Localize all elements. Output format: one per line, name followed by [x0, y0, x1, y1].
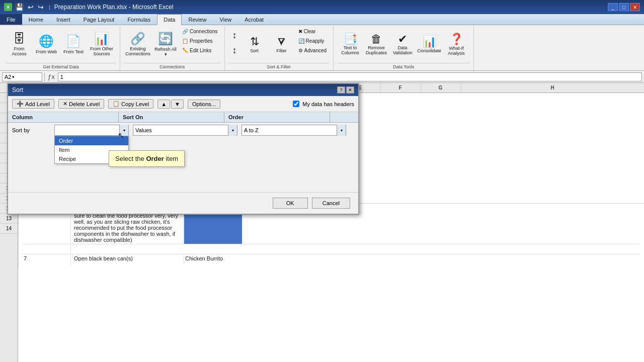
advanced-icon: ⚙	[298, 48, 303, 53]
options-button[interactable]: Options...	[188, 100, 220, 109]
sort-on-dropdown[interactable]: Values ▾	[133, 125, 237, 136]
tab-home[interactable]: Home	[22, 14, 50, 25]
remove-duplicates-label: Remove Duplicates	[365, 46, 387, 56]
my-data-headers: My data has headers	[293, 101, 354, 107]
from-web-button[interactable]: 🌐 From Web	[33, 27, 59, 61]
order-arrow[interactable]: ▾	[337, 125, 346, 136]
from-other-sources-button[interactable]: 📊 From Other Sources	[88, 27, 116, 61]
properties-button[interactable]: 📋 Properties	[180, 37, 220, 45]
excel-icon: X	[4, 3, 12, 11]
remove-duplicates-button[interactable]: 🗑 Remove Duplicates	[364, 27, 389, 61]
tab-data[interactable]: Data	[157, 14, 182, 25]
formula-fx-icon[interactable]: ƒx	[47, 73, 56, 80]
sort-button[interactable]: ⇅ Sort	[242, 27, 268, 61]
clear-reapply-advanced: ✖ Clear 🔄 Reapply ⚙ Advanced	[296, 27, 329, 55]
what-if-label: What-If Analysis	[445, 46, 468, 56]
maximize-button[interactable]: □	[619, 3, 629, 11]
add-level-button[interactable]: ➕ Add Level	[12, 99, 54, 109]
sort-az-button[interactable]: ↕	[230, 28, 239, 42]
name-box[interactable]: A2 ▾	[2, 72, 42, 81]
dialog-help-button[interactable]: ?	[337, 86, 345, 94]
properties-icon: 📋	[182, 38, 188, 44]
title-bar-left: X 💾 ↩ ↪ | Preparation Work Plan.xlsx - M…	[4, 3, 173, 11]
column-dropdown[interactable]: ▾	[54, 125, 129, 136]
existing-connections-button[interactable]: 🔗 Existing Connections	[124, 27, 151, 61]
connections-label: Connections	[124, 63, 220, 70]
quick-access-redo[interactable]: ↪	[38, 3, 44, 11]
from-access-label: From Access	[8, 47, 31, 57]
from-web-label: From Web	[36, 49, 57, 54]
copy-level-button[interactable]: 📋 Copy Level	[108, 99, 153, 109]
connections-button[interactable]: 🔗 Connections	[180, 27, 220, 36]
filter-button[interactable]: ⛛ Filter	[269, 27, 295, 61]
sort-filter-group: ↕ ↕ ⇅ Sort ⛛ Filter ✖ Clea	[225, 26, 334, 70]
tab-acrobat[interactable]: Acrobat	[238, 14, 270, 25]
ok-button[interactable]: OK	[273, 198, 308, 209]
reapply-label: Reapply	[306, 38, 325, 44]
copy-level-label: Copy Level	[121, 101, 149, 107]
text-to-columns-icon: 📑	[344, 33, 357, 46]
add-level-label: Add Level	[25, 101, 50, 107]
what-if-button[interactable]: ❓ What-If Analysis	[443, 27, 469, 61]
tab-formulas[interactable]: Formulas	[121, 14, 157, 25]
sort-on-arrow[interactable]: ▾	[228, 125, 237, 136]
filter-label: Filter	[277, 48, 287, 53]
advanced-button[interactable]: ⚙ Advanced	[296, 46, 329, 55]
order-header: Order	[224, 112, 330, 122]
tab-file[interactable]: File	[0, 14, 22, 25]
quick-access-save[interactable]: 💾	[15, 3, 24, 11]
delete-level-label: Delete Level	[69, 101, 100, 107]
edit-links-button[interactable]: ✏️ Edit Links	[180, 46, 220, 55]
cancel-button[interactable]: Cancel	[312, 198, 350, 209]
tooltip-text-post: item	[164, 155, 178, 162]
from-text-button[interactable]: 📄 From Text	[60, 27, 87, 61]
ribbon: File Home Insert Page Layout Formulas Da…	[0, 14, 644, 71]
what-if-icon: ❓	[450, 33, 463, 46]
formula-bar: A2 ▾ ƒx 1	[0, 71, 644, 83]
existing-connections-icon: 🔗	[130, 32, 145, 46]
delete-level-button[interactable]: ✕ Delete Level	[58, 99, 104, 109]
edit-links-label: Edit Links	[190, 48, 211, 53]
tab-review[interactable]: Review	[182, 14, 213, 25]
clear-icon: ✖	[298, 29, 302, 34]
tab-page-layout[interactable]: Page Layout	[77, 14, 121, 25]
consolidate-button[interactable]: 📊 Consolidate	[416, 27, 442, 61]
sort-filter-items: ↕ ↕ ⇅ Sort ⛛ Filter ✖ Clea	[229, 26, 329, 63]
properties-label: Properties	[190, 38, 213, 44]
tab-view[interactable]: View	[213, 14, 238, 25]
my-data-headers-checkbox[interactable]	[293, 101, 299, 107]
minimize-button[interactable]: _	[608, 3, 618, 11]
move-up-button[interactable]: ▲	[157, 100, 170, 109]
from-text-label: From Text	[63, 49, 84, 54]
dialog-toolbar: ➕ Add Level ✕ Delete Level 📋 Copy Level …	[8, 96, 358, 112]
text-to-columns-button[interactable]: 📑 Text to Columns	[338, 27, 363, 61]
advanced-label: Advanced	[304, 48, 327, 53]
get-external-data-label: Get External Data	[6, 63, 116, 70]
data-validation-label: Data Validation	[391, 46, 414, 56]
formula-input[interactable]: 1	[58, 72, 642, 81]
refresh-all-button[interactable]: 🔄 Refresh All ▾	[152, 27, 179, 61]
dialog-close-button[interactable]: ✕	[346, 86, 354, 94]
sort-icon: ⇅	[250, 35, 259, 48]
order-dropdown[interactable]: A to Z ▾	[242, 125, 346, 136]
dropdown-item-order[interactable]: Order	[55, 136, 128, 145]
quick-access-undo[interactable]: ↩	[28, 3, 34, 11]
get-external-data-group: 🗄 From Access 🌐 From Web 📄 From Text 📊 F…	[2, 26, 120, 70]
move-down-button[interactable]: ▼	[171, 100, 184, 109]
from-access-button[interactable]: 🗄 From Access	[6, 27, 32, 61]
data-validation-button[interactable]: ✔ Data Validation	[390, 27, 415, 61]
tooltip-text-pre: Select the	[115, 155, 146, 162]
column-header: Column	[8, 112, 119, 122]
get-external-data-items: 🗄 From Access 🌐 From Web 📄 From Text 📊 F…	[6, 26, 116, 63]
reapply-button[interactable]: 🔄 Reapply	[296, 37, 329, 45]
reapply-icon: 🔄	[298, 38, 304, 44]
sort-by-label: Sort by	[12, 127, 52, 133]
sort-za-button[interactable]: ↕	[230, 43, 239, 57]
spreadsheet-area: A B C D E F G H 1 2 3 4 5 6 7 8 9 10 11	[0, 83, 644, 362]
column-dropdown-arrow[interactable]: ▾	[119, 125, 128, 136]
close-button[interactable]: ✕	[630, 3, 640, 11]
tooltip-bold: Order	[146, 155, 164, 162]
clear-button[interactable]: ✖ Clear	[296, 27, 329, 36]
sort-az-icon: ↕	[232, 30, 237, 41]
tab-insert[interactable]: Insert	[50, 14, 77, 25]
